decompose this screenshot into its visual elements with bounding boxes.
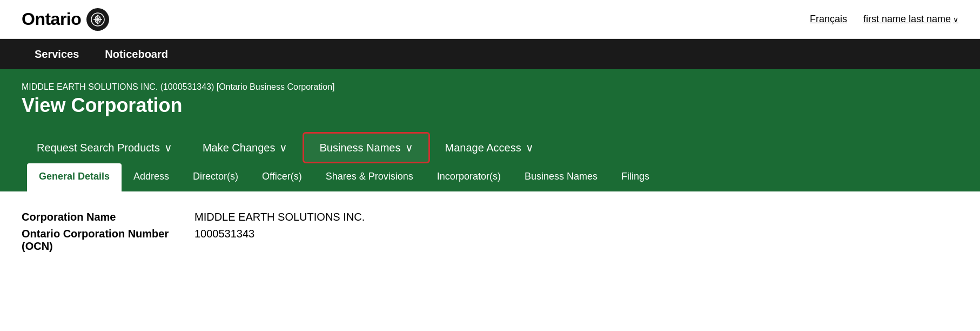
chevron-down-icon: ∨ <box>279 141 287 154</box>
nav-noticeboard[interactable]: Noticeboard <box>92 39 181 69</box>
tab-officers[interactable]: Officer(s) <box>250 163 314 191</box>
tab-directors[interactable]: Director(s) <box>181 163 250 191</box>
top-nav-right: Français first name last name ∨ <box>810 14 958 25</box>
tab-incorporators[interactable]: Incorporator(s) <box>425 163 513 191</box>
black-nav: Services Noticeboard <box>0 39 980 69</box>
corporation-name-label: Corporation Name <box>22 211 184 223</box>
logo-area: Ontario <box>22 8 109 31</box>
chevron-down-icon: ∨ <box>405 141 413 154</box>
green-header: MIDDLE EARTH SOLUTIONS INC. (1000531343)… <box>0 69 980 191</box>
page-title: View Corporation <box>22 94 958 117</box>
top-header: Ontario Français first name last name ∨ <box>0 0 980 39</box>
svg-point-1 <box>96 17 100 22</box>
content-area: Corporation Name MIDDLE EARTH SOLUTIONS … <box>0 191 980 272</box>
logo-text: Ontario <box>22 9 81 29</box>
user-name: first name last name <box>863 14 951 25</box>
corporation-subtitle: MIDDLE EARTH SOLUTIONS INC. (1000531343)… <box>22 82 958 92</box>
chevron-down-icon: ∨ <box>526 141 534 154</box>
corporation-name-value: MIDDLE EARTH SOLUTIONS INC. <box>194 211 958 223</box>
business-names-button[interactable]: Business Names ∨ <box>303 132 429 163</box>
tab-business-names[interactable]: Business Names <box>513 163 609 191</box>
chevron-down-icon: ∨ <box>164 141 172 154</box>
ocn-value: 1000531343 <box>194 228 958 253</box>
tab-nav: General Details Address Director(s) Offi… <box>22 163 958 191</box>
action-buttons-row: Request Search Products ∨ Make Changes ∨… <box>22 132 958 163</box>
francais-link[interactable]: Français <box>810 14 847 25</box>
nav-services[interactable]: Services <box>22 39 92 69</box>
corporation-info-table: Corporation Name MIDDLE EARTH SOLUTIONS … <box>22 211 958 253</box>
ocn-label: Ontario Corporation Number (OCN) <box>22 228 184 253</box>
user-menu-chevron: ∨ <box>953 15 958 24</box>
tab-filings[interactable]: Filings <box>609 163 661 191</box>
tab-shares-provisions[interactable]: Shares & Provisions <box>314 163 425 191</box>
ontario-logo-icon <box>86 8 109 31</box>
tab-general-details[interactable]: General Details <box>27 163 122 191</box>
user-menu[interactable]: first name last name ∨ <box>863 14 958 25</box>
make-changes-button[interactable]: Make Changes ∨ <box>187 134 303 162</box>
tab-address[interactable]: Address <box>122 163 181 191</box>
request-search-products-button[interactable]: Request Search Products ∨ <box>22 134 187 162</box>
manage-access-button[interactable]: Manage Access ∨ <box>430 134 549 162</box>
